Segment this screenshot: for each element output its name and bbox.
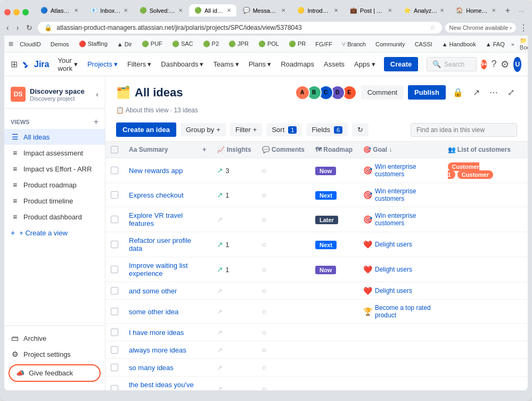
hamburger-menu-icon[interactable]: ⊞ (11, 59, 18, 69)
minimize-button[interactable] (13, 9, 20, 15)
sidebar-item-archive[interactable]: 🗃 Archive (4, 330, 105, 346)
nav-item-roadmaps[interactable]: Roadmaps (276, 57, 318, 71)
bookmark-staffing[interactable]: 🔴 Staffing (76, 39, 111, 48)
tab-close-icon[interactable]: ✕ (334, 7, 338, 13)
row-checkbox[interactable] (111, 308, 118, 315)
nav-item-teams[interactable]: Teams ▾ (209, 57, 243, 71)
group-by-button[interactable]: Group by + (181, 123, 226, 136)
row-summary[interactable]: Explore VR travel features (124, 207, 211, 232)
tab-close-icon[interactable]: ✕ (492, 7, 496, 13)
bookmark-dir[interactable]: ▲ Dir (114, 40, 135, 48)
close-button[interactable] (4, 9, 11, 15)
nav-item-assets[interactable]: Assets (320, 57, 349, 71)
find-input[interactable] (411, 123, 517, 137)
sidebar-item-all-ideas[interactable]: ☰ All ideas (4, 129, 105, 145)
publish-button[interactable]: Publish (408, 85, 446, 100)
jira-logo[interactable]: Jira (22, 60, 49, 69)
browser-tab-inbox[interactable]: 📧 Inbox (1) - ✕ (85, 4, 133, 17)
sidebar-item-impact-vs-effort[interactable]: ≡ Impact vs Effort - ARR (4, 161, 105, 177)
tab-close-icon[interactable]: ✕ (227, 7, 231, 13)
share-button[interactable]: ↗ (470, 85, 482, 100)
comment-button[interactable]: Comment (361, 85, 404, 100)
row-checkbox[interactable] (111, 346, 118, 354)
settings-icon[interactable]: ⚙ (501, 59, 509, 70)
sidebar-item-product-roadmap[interactable]: ≡ Product roadmap (4, 177, 105, 193)
browser-tab-solved[interactable]: 🟢 Solved: De... ✕ (134, 4, 188, 17)
row-summary[interactable]: and some other (124, 282, 211, 300)
sidebar-item-project-settings[interactable]: ⚙ Project settings (4, 346, 105, 362)
row-checkbox[interactable] (111, 385, 118, 390)
row-summary[interactable]: the best ideas you've ever seen (124, 377, 211, 391)
bookmark-faq[interactable]: ▲ FAQ (482, 40, 508, 48)
avatar[interactable]: U (513, 57, 521, 72)
summary-header[interactable]: Aa Summary + (124, 142, 211, 158)
row-summary[interactable]: some other idea (124, 300, 211, 324)
browser-tab-introducing[interactable]: 🟡 Introducin... ✕ (292, 4, 343, 17)
address-bar[interactable]: 🔒 atlassian-product-managers.atlassian.n… (38, 22, 441, 34)
reload-button[interactable]: ↻ (24, 22, 35, 33)
row-summary[interactable]: New rewards app (124, 158, 211, 183)
row-summary[interactable]: always more ideas (124, 341, 211, 359)
new-chrome-badge[interactable]: New Chrome available › (445, 23, 516, 32)
nav-item-filters[interactable]: Filters ▾ (123, 57, 155, 71)
browser-tab-messaging[interactable]: 💬 Messaging... ✕ (238, 4, 291, 17)
bookmark-pr[interactable]: 🟢 PR (285, 39, 309, 48)
select-all-checkbox[interactable] (111, 146, 118, 153)
search-box[interactable]: 🔍 Search (427, 57, 477, 71)
row-checkbox[interactable] (111, 216, 118, 223)
bookmark-cassi[interactable]: CASSI (412, 40, 436, 48)
browser-tab-allideas[interactable]: 🟢 All ideas - ✕ (189, 4, 236, 17)
sidebar-item-product-dashboard[interactable]: ≡ Product dashboard (4, 209, 105, 225)
nav-item-your-work[interactable]: Your work ▾ (53, 53, 81, 76)
tab-close-icon[interactable]: ✕ (388, 7, 392, 13)
bookmark-cloudid[interactable]: CloudID (17, 40, 44, 48)
roadmap-header[interactable]: 🗺 Roadmap (310, 142, 358, 158)
bookmarks-more[interactable]: » (511, 41, 514, 47)
row-summary[interactable]: so many ideas (124, 359, 211, 377)
bookmark-jpr[interactable]: 🟢 JPR (225, 39, 252, 48)
add-view-button[interactable]: + (94, 117, 99, 127)
comments-header[interactable]: 💬 Comments (257, 142, 310, 158)
tab-close-icon[interactable]: ✕ (440, 7, 444, 13)
help-icon[interactable]: ? (491, 59, 496, 70)
nav-item-apps[interactable]: Apps ▾ (350, 57, 380, 71)
maximize-button[interactable] (22, 9, 29, 15)
row-summary[interactable]: I have more ideas (124, 324, 211, 341)
lock-button[interactable]: 🔒 (450, 85, 466, 100)
sidebar-item-impact-assessment[interactable]: ≡ Impact assessment (4, 145, 105, 161)
star-icon[interactable]: ☆ (430, 24, 436, 31)
row-checkbox[interactable] (111, 266, 118, 273)
new-tab-button[interactable]: + (502, 5, 513, 17)
apps-icon[interactable]: ⊞ (9, 40, 13, 47)
bookmark-p2[interactable]: 🟢 P2 (200, 39, 223, 48)
row-checkbox[interactable] (111, 241, 118, 248)
goal-header[interactable]: 🎯 Goal ↓ (358, 142, 443, 158)
customers-header[interactable]: 👥 List of customers (443, 142, 528, 158)
nav-item-plans[interactable]: Plans ▾ (244, 57, 276, 71)
nav-item-dashboards[interactable]: Dashboards ▾ (157, 57, 208, 71)
bookmark-pol[interactable]: 🟢 POL (255, 39, 282, 48)
tab-close-icon[interactable]: ✕ (281, 7, 285, 13)
row-summary[interactable]: Express checkout (124, 183, 211, 207)
create-view-button[interactable]: + + Create a view (4, 225, 105, 241)
refresh-button[interactable]: ↻ (352, 123, 369, 136)
tab-close-icon[interactable]: ✕ (74, 7, 78, 13)
fullscreen-button[interactable]: ⤢ (505, 85, 517, 100)
insights-header[interactable]: 📈 Insights (211, 142, 256, 158)
create-idea-button[interactable]: Create an idea (116, 122, 176, 137)
fields-button[interactable]: Fields 6 (306, 123, 348, 136)
row-summary[interactable]: Refactor user profile data (124, 232, 211, 257)
bookmark-branch[interactable]: ⑂ Branch (339, 40, 369, 48)
all-bookmarks[interactable]: 📁 All Bookmarks (520, 37, 528, 51)
bookmark-handbook[interactable]: ▲ Handbook (439, 40, 479, 48)
bookmark-sac[interactable]: 🟢 SAC (169, 39, 197, 48)
row-summary[interactable]: Improve waiting list experience (124, 257, 211, 282)
bookmark-puf[interactable]: 🟢 PUF (138, 39, 166, 48)
row-checkbox[interactable] (111, 329, 118, 336)
forward-button[interactable]: › (14, 22, 21, 33)
row-checkbox[interactable] (111, 167, 118, 174)
browser-tab-home[interactable]: 🏠 Home - Co... ✕ (451, 4, 501, 17)
give-feedback-button[interactable]: 📣 Give feedback (9, 364, 101, 382)
browser-menu-icon[interactable]: ⋮ (519, 23, 528, 33)
create-button[interactable]: Create (384, 57, 418, 71)
